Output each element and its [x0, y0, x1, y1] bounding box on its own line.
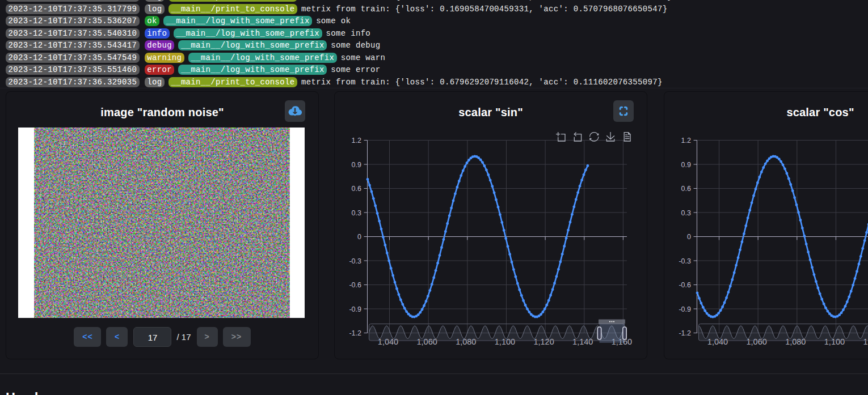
svg-text:-0.6: -0.6	[679, 281, 691, 289]
svg-text:0.6: 0.6	[352, 185, 361, 193]
svg-text:-0.6: -0.6	[349, 281, 361, 289]
svg-text:0.3: 0.3	[681, 209, 691, 217]
svg-text:0.9: 0.9	[681, 161, 691, 169]
svg-text:-0.3: -0.3	[349, 257, 361, 265]
svg-text:-0.9: -0.9	[349, 305, 361, 313]
svg-text:1.2: 1.2	[352, 137, 361, 145]
svg-text:0.9: 0.9	[352, 161, 361, 169]
svg-text:-0.9: -0.9	[679, 305, 691, 313]
svg-text:-0.3: -0.3	[679, 257, 691, 265]
svg-text:-1.2: -1.2	[679, 329, 691, 337]
svg-text:0: 0	[687, 233, 691, 241]
svg-text:0.3: 0.3	[352, 209, 361, 217]
svg-text:-1.2: -1.2	[349, 329, 361, 337]
svg-text:0: 0	[357, 233, 361, 241]
svg-text:1.2: 1.2	[681, 137, 691, 145]
svg-text:0.6: 0.6	[681, 185, 691, 193]
